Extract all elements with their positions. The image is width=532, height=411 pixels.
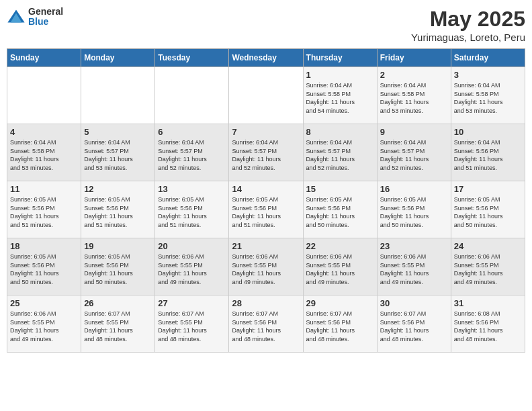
- calendar-cell: 28Sunrise: 6:07 AM Sunset: 5:56 PM Dayli…: [229, 295, 303, 353]
- calendar-cell: 3Sunrise: 6:04 AM Sunset: 5:58 PM Daylig…: [451, 67, 525, 124]
- day-number: 19: [84, 241, 152, 251]
- day-number: 5: [84, 127, 152, 137]
- calendar-cell: 29Sunrise: 6:07 AM Sunset: 5:56 PM Dayli…: [303, 295, 377, 353]
- day-number: 29: [306, 298, 374, 308]
- day-number: 11: [10, 184, 78, 194]
- calendar-table: SundayMondayTuesdayWednesdayThursdayFrid…: [7, 48, 525, 353]
- day-info: Sunrise: 6:04 AM Sunset: 5:56 PM Dayligh…: [454, 138, 522, 172]
- calendar-cell: [229, 67, 303, 124]
- day-number: 31: [454, 298, 522, 308]
- day-number: 17: [454, 184, 522, 194]
- calendar-cell: 25Sunrise: 6:06 AM Sunset: 5:55 PM Dayli…: [7, 295, 81, 353]
- header-tuesday: Tuesday: [155, 49, 229, 67]
- day-number: 18: [10, 241, 78, 251]
- calendar-cell: 27Sunrise: 6:07 AM Sunset: 5:55 PM Dayli…: [155, 295, 229, 353]
- calendar-cell: 31Sunrise: 6:08 AM Sunset: 5:56 PM Dayli…: [451, 295, 525, 353]
- logo: General Blue: [7, 7, 63, 28]
- calendar-cell: 18Sunrise: 6:05 AM Sunset: 5:56 PM Dayli…: [7, 238, 81, 295]
- day-number: 8: [306, 127, 374, 137]
- day-info: Sunrise: 6:05 AM Sunset: 5:56 PM Dayligh…: [232, 195, 300, 229]
- day-info: Sunrise: 6:04 AM Sunset: 5:58 PM Dayligh…: [380, 81, 448, 115]
- calendar-cell: 26Sunrise: 6:07 AM Sunset: 5:55 PM Dayli…: [81, 295, 155, 353]
- calendar-cell: 15Sunrise: 6:05 AM Sunset: 5:56 PM Dayli…: [303, 181, 377, 238]
- day-number: 12: [84, 184, 152, 194]
- logo-blue-text: Blue: [28, 17, 63, 27]
- logo-text: General Blue: [28, 7, 63, 28]
- day-info: Sunrise: 6:06 AM Sunset: 5:55 PM Dayligh…: [10, 310, 78, 343]
- calendar-cell: 1Sunrise: 6:04 AM Sunset: 5:58 PM Daylig…: [303, 67, 377, 124]
- week-row-4: 18Sunrise: 6:05 AM Sunset: 5:56 PM Dayli…: [7, 238, 525, 295]
- calendar-cell: 9Sunrise: 6:04 AM Sunset: 5:57 PM Daylig…: [377, 124, 451, 181]
- header-sunday: Sunday: [7, 49, 81, 67]
- day-info: Sunrise: 6:04 AM Sunset: 5:57 PM Dayligh…: [158, 138, 226, 172]
- main-title: May 2025: [411, 7, 525, 32]
- calendar-cell: 4Sunrise: 6:04 AM Sunset: 5:58 PM Daylig…: [7, 124, 81, 181]
- header-thursday: Thursday: [303, 49, 377, 67]
- page-header: General Blue May 2025 Yurimaguas, Loreto…: [7, 7, 525, 43]
- day-number: 27: [158, 298, 226, 308]
- logo-icon: [7, 7, 26, 26]
- day-info: Sunrise: 6:05 AM Sunset: 5:56 PM Dayligh…: [380, 195, 448, 229]
- day-number: 7: [232, 127, 300, 137]
- calendar-cell: 24Sunrise: 6:06 AM Sunset: 5:55 PM Dayli…: [451, 238, 525, 295]
- day-info: Sunrise: 6:04 AM Sunset: 5:57 PM Dayligh…: [380, 138, 448, 172]
- day-info: Sunrise: 6:04 AM Sunset: 5:58 PM Dayligh…: [10, 138, 78, 172]
- week-row-1: 1Sunrise: 6:04 AM Sunset: 5:58 PM Daylig…: [7, 67, 525, 124]
- title-block: May 2025 Yurimaguas, Loreto, Peru: [411, 7, 525, 43]
- day-number: 28: [232, 298, 300, 308]
- day-number: 2: [380, 70, 448, 80]
- day-info: Sunrise: 6:07 AM Sunset: 5:56 PM Dayligh…: [232, 310, 300, 343]
- day-info: Sunrise: 6:06 AM Sunset: 5:55 PM Dayligh…: [306, 253, 374, 286]
- day-info: Sunrise: 6:08 AM Sunset: 5:56 PM Dayligh…: [454, 310, 522, 343]
- calendar-cell: 19Sunrise: 6:05 AM Sunset: 5:56 PM Dayli…: [81, 238, 155, 295]
- day-info: Sunrise: 6:06 AM Sunset: 5:55 PM Dayligh…: [232, 253, 300, 286]
- day-number: 21: [232, 241, 300, 251]
- calendar-cell: 10Sunrise: 6:04 AM Sunset: 5:56 PM Dayli…: [451, 124, 525, 181]
- day-info: Sunrise: 6:05 AM Sunset: 5:56 PM Dayligh…: [84, 253, 152, 286]
- day-info: Sunrise: 6:05 AM Sunset: 5:56 PM Dayligh…: [10, 195, 78, 229]
- day-info: Sunrise: 6:06 AM Sunset: 5:55 PM Dayligh…: [158, 253, 226, 286]
- week-row-2: 4Sunrise: 6:04 AM Sunset: 5:58 PM Daylig…: [7, 124, 525, 181]
- header-saturday: Saturday: [451, 49, 525, 67]
- day-info: Sunrise: 6:05 AM Sunset: 5:56 PM Dayligh…: [10, 253, 78, 286]
- week-row-3: 11Sunrise: 6:05 AM Sunset: 5:56 PM Dayli…: [7, 181, 525, 238]
- day-number: 4: [10, 127, 78, 137]
- calendar-cell: [155, 67, 229, 124]
- day-number: 3: [454, 70, 522, 80]
- day-number: 26: [84, 298, 152, 308]
- day-info: Sunrise: 6:05 AM Sunset: 5:56 PM Dayligh…: [158, 195, 226, 229]
- day-number: 16: [380, 184, 448, 194]
- header-friday: Friday: [377, 49, 451, 67]
- day-info: Sunrise: 6:07 AM Sunset: 5:56 PM Dayligh…: [380, 310, 448, 343]
- calendar-cell: 7Sunrise: 6:04 AM Sunset: 5:57 PM Daylig…: [229, 124, 303, 181]
- calendar-cell: [81, 67, 155, 124]
- day-info: Sunrise: 6:07 AM Sunset: 5:55 PM Dayligh…: [84, 310, 152, 343]
- calendar-cell: 2Sunrise: 6:04 AM Sunset: 5:58 PM Daylig…: [377, 67, 451, 124]
- logo-general-text: General: [28, 7, 63, 17]
- day-number: 10: [454, 127, 522, 137]
- header-row: SundayMondayTuesdayWednesdayThursdayFrid…: [7, 49, 525, 67]
- calendar-cell: 17Sunrise: 6:05 AM Sunset: 5:56 PM Dayli…: [451, 181, 525, 238]
- calendar-cell: 8Sunrise: 6:04 AM Sunset: 5:57 PM Daylig…: [303, 124, 377, 181]
- week-row-5: 25Sunrise: 6:06 AM Sunset: 5:55 PM Dayli…: [7, 295, 525, 353]
- day-info: Sunrise: 6:06 AM Sunset: 5:55 PM Dayligh…: [380, 253, 448, 286]
- calendar-cell: 11Sunrise: 6:05 AM Sunset: 5:56 PM Dayli…: [7, 181, 81, 238]
- day-number: 14: [232, 184, 300, 194]
- day-info: Sunrise: 6:04 AM Sunset: 5:57 PM Dayligh…: [306, 138, 374, 172]
- day-info: Sunrise: 6:04 AM Sunset: 5:58 PM Dayligh…: [454, 81, 522, 115]
- header-wednesday: Wednesday: [229, 49, 303, 67]
- day-number: 15: [306, 184, 374, 194]
- day-number: 1: [306, 70, 374, 80]
- day-info: Sunrise: 6:07 AM Sunset: 5:56 PM Dayligh…: [306, 310, 374, 343]
- day-number: 23: [380, 241, 448, 251]
- subtitle: Yurimaguas, Loreto, Peru: [411, 32, 525, 43]
- calendar-cell: 13Sunrise: 6:05 AM Sunset: 5:56 PM Dayli…: [155, 181, 229, 238]
- day-info: Sunrise: 6:05 AM Sunset: 5:56 PM Dayligh…: [454, 195, 522, 229]
- day-number: 6: [158, 127, 226, 137]
- day-info: Sunrise: 6:04 AM Sunset: 5:57 PM Dayligh…: [84, 138, 152, 172]
- calendar-cell: 23Sunrise: 6:06 AM Sunset: 5:55 PM Dayli…: [377, 238, 451, 295]
- calendar-cell: 30Sunrise: 6:07 AM Sunset: 5:56 PM Dayli…: [377, 295, 451, 353]
- day-number: 22: [306, 241, 374, 251]
- calendar-cell: 14Sunrise: 6:05 AM Sunset: 5:56 PM Dayli…: [229, 181, 303, 238]
- header-monday: Monday: [81, 49, 155, 67]
